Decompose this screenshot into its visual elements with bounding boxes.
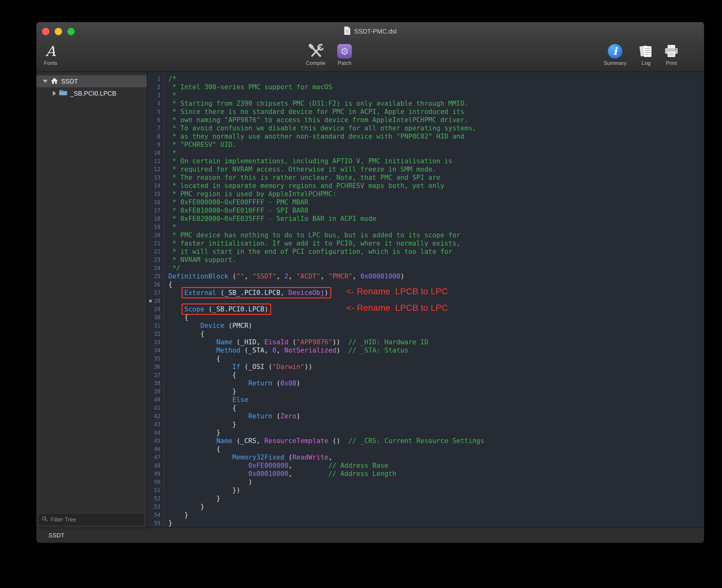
line-number: 29 [147,305,163,313]
code-line[interactable]: { [168,330,704,338]
disclosure-down-icon[interactable] [43,80,48,83]
code-token: ( [229,272,236,280]
code-line[interactable]: } [168,519,704,527]
code-line[interactable]: { [168,354,704,363]
code-line[interactable]: * PMC region is used by AppleIntelPCHPMC… [168,190,704,198]
code-line[interactable]: * 0xFE020000~0xFE035FFF - SerialIo BAR i… [168,214,704,223]
code-line[interactable]: DefinitionBlock ("", "SSDT", 2, "ACDT", … [168,272,704,280]
line-number: 38 [147,379,163,387]
code-line[interactable]: * as they normally use another non-stand… [168,132,704,141]
window-content: SSDT _SB.PCI0.LPCB [36,72,704,528]
code-line[interactable]: } [168,387,704,396]
code-line[interactable]: { [168,371,704,379]
line-number: 47 [147,453,163,461]
code-token [168,338,216,346]
code-token [168,454,232,461]
code-token: { [168,281,172,288]
line-number: 55 [147,519,163,527]
code-token: (_SB_.PCI0.LPCB, [216,289,289,296]
sidebar-item-ssdt[interactable]: SSDT [36,75,147,87]
code-line[interactable]: Device (PMCR) [168,321,704,330]
fonts-button[interactable]: A Fonts [36,43,75,66]
code-token: * [168,149,176,156]
code-token: , [288,470,328,478]
code-line[interactable]: * "PCHRESV" UID. [168,141,704,149]
code-line[interactable]: * Since there is no standard device for … [168,108,704,116]
code-line[interactable]: } [168,511,704,519]
code-token: * To avoid confusion we disable this dev… [168,124,476,132]
print-button[interactable]: Print [647,43,695,66]
code-line[interactable]: * it will start in the end of PCI config… [168,248,704,256]
code-token: , [276,346,284,354]
code-line[interactable]: * On certain implementations, including … [168,157,704,165]
code-line[interactable]: * own naming "APP9876" to access this de… [168,116,704,124]
filter-tree-input[interactable] [50,516,141,523]
code-line[interactable]: Name (_CRS, ResourceTemplate () // _CRS:… [168,437,704,445]
code-line[interactable]: Name (_HID, EisaId ("APP9876")) // _HID:… [168,338,704,346]
code-line[interactable]: } [168,494,704,503]
code-line[interactable]: ) [168,478,704,486]
code-line[interactable]: Return (0x0B) [168,379,704,387]
window-titlebar[interactable]: SSDT-PMC.dsl [36,22,704,41]
code-line[interactable]: Scope (_SB.PCI0.LPCB)<- Rename LPCB to L… [168,305,704,313]
code-token: } [168,519,172,527]
code-line[interactable]: } [168,420,704,428]
code-line[interactable]: } [168,428,704,437]
code-line[interactable]: Method (_STA, 0, NotSerialized) // _STA:… [168,346,704,354]
code-token [168,462,248,469]
code-line[interactable]: External (_SB_.PCI0.LPCB, DeviceObj)<- R… [168,289,704,297]
minimize-button[interactable] [55,28,62,35]
code-line[interactable]: * [168,223,704,231]
code-line[interactable]: * PMC device has nothing to do to LPC bu… [168,231,704,239]
code-line[interactable]: { [168,445,704,453]
code-line[interactable]: If (_OSI ("Darwin")) [168,363,704,371]
code-line[interactable]: * located in separate memory regions and… [168,182,704,190]
line-number: 31 [147,321,163,330]
code-line[interactable]: Return (Zero) [168,412,704,420]
code-line[interactable]: * required for NVRAM access. Otherwise i… [168,165,704,173]
code-lines: /* * Intel 300-series PMC support for ma… [164,72,704,528]
code-line[interactable]: 0xFE000000, // Address Base [168,461,704,470]
code-line[interactable]: /* [168,75,704,83]
code-token: * located in separate memory regions and… [168,182,444,190]
disclosure-right-icon[interactable] [53,91,56,96]
fonts-label: Fonts [44,60,58,66]
line-number: 9 [147,141,163,149]
fonts-icon: A [46,44,56,58]
code-line[interactable]: * [168,91,704,99]
code-line[interactable]: */ [168,264,704,272]
code-line[interactable]: * NVRAM support. [168,256,704,264]
code-token: , [320,272,328,280]
code-line[interactable]: * [168,149,704,157]
code-line[interactable]: Memory32Fixed (ReadWrite, [168,453,704,461]
line-number: 41 [147,404,163,412]
code-line[interactable]: } [168,503,704,511]
code-token: (_OSI ( [240,363,272,371]
line-number: 2 [147,83,163,91]
code-line[interactable]: * To avoid confusion we disable this dev… [168,124,704,132]
sidebar-item-sb-pci0-lpcb[interactable]: _SB.PCI0.LPCB [36,87,147,99]
window-title: SSDT-PMC.dsl [344,26,397,37]
code-token [168,396,232,403]
code-token: * Since there is no standard device for … [168,108,465,115]
code-token: , [288,462,328,469]
code-line[interactable]: Else [168,396,704,404]
code-line[interactable]: * 0xFE000000~0xFE00FFFF - PMC MBAR [168,198,704,206]
code-line[interactable]: * faster initialisation. If we add it to… [168,239,704,248]
patch-button[interactable]: ⚙ Patch [321,43,368,66]
code-line[interactable]: * Intel 300-series PMC support for macOS [168,83,704,91]
code-editor[interactable]: 1234567891011121314151617181920212223242… [147,72,704,528]
code-line[interactable]: * 0xFE010000~0xFE010FFF - SPI BAR0 [168,206,704,214]
code-line[interactable]: 0x00010000, // Address Length [168,470,704,478]
close-button[interactable] [42,28,49,35]
code-line[interactable]: }) [168,486,704,494]
code-token: // _STA: Status [348,346,408,354]
code-line[interactable]: { [168,313,704,321]
code-token: * 0xFE020000~0xFE035FFF - SerialIo BAR i… [168,215,376,223]
zoom-button[interactable] [67,28,75,35]
code-line[interactable]: { [168,404,704,412]
code-line[interactable]: * The reason for this is rather unclear.… [168,173,704,182]
code-line[interactable]: * Starting from Z390 chipsets PMC (D31:F… [168,99,704,108]
rename-highlight-box: External (_SB_.PCI0.LPCB, DeviceObj) [185,289,328,297]
code-token: * [168,223,176,231]
